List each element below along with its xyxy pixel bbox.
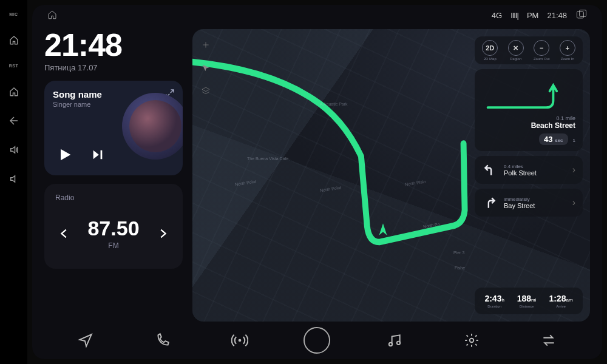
svg-rect-0 (577, 12, 584, 18)
turn-path-icon (482, 78, 575, 112)
dock-broadcast-icon[interactable] (222, 327, 258, 354)
svg-rect-1 (580, 10, 586, 16)
dock-swap-icon[interactable] (531, 327, 567, 354)
radio-frequency: 87.50 FM (87, 217, 139, 250)
clock-value: 21:48 (547, 11, 567, 20)
radio-prev-button[interactable] (55, 224, 73, 243)
trip-stats: 2:43h Duration 188mi Distance 1:28am Arr… (475, 288, 583, 314)
turn-step-1[interactable]: 0.4 miles Polk Street › (475, 156, 583, 184)
chevron-right-icon: › (572, 197, 575, 208)
svg-point-3 (389, 343, 392, 346)
turn-step-2[interactable]: immediately Bay Street › (475, 189, 583, 217)
left-column: 21:48 Пятница 17.07 Song name Singer nam… (44, 29, 183, 322)
play-button[interactable] (53, 143, 77, 167)
map-cursor-icon[interactable] (198, 61, 213, 75)
stat-arrive: 1:28am Arrive (549, 294, 572, 308)
screen: 4G IIII| PM 21:48 21:48 Пятница 17.07 (32, 5, 602, 359)
map-poi-label: Pier 3 (453, 251, 464, 255)
turn-street: Beach Street (482, 121, 575, 130)
radio-next-button[interactable] (154, 224, 172, 243)
dock-phone-icon[interactable] (144, 327, 181, 354)
dock-home-button[interactable] (299, 327, 335, 354)
clock-time: 21:48 (44, 29, 183, 61)
map-poi-label: The Buena Vista Cafe (247, 157, 288, 161)
recents-icon[interactable] (575, 8, 588, 22)
map-poi-label: Fishe (455, 266, 465, 270)
signal-icon: IIII| (510, 11, 518, 20)
hw-vol-up-icon[interactable] (8, 144, 19, 155)
svg-point-5 (470, 339, 474, 343)
hw-home2-icon[interactable] (8, 86, 19, 97)
turn-left-icon (482, 162, 498, 178)
svg-point-2 (239, 339, 242, 342)
clock-widget: 21:48 Пятница 17.07 (44, 29, 183, 72)
map-area[interactable]: A Aquatic Park The Buena Vista Cafe Nort… (192, 29, 590, 322)
hw-home-icon[interactable] (8, 35, 19, 46)
map-tool-zoom-out[interactable]: − Zoom Out (531, 40, 552, 61)
clock-date: Пятница 17.07 (44, 63, 183, 72)
stat-distance: 188mi Distance (517, 294, 537, 308)
dock-navigate-icon[interactable] (67, 327, 104, 354)
map-add-icon[interactable] (198, 38, 213, 52)
svg-point-4 (397, 342, 400, 345)
hw-back-icon[interactable] (8, 115, 19, 126)
turn-right-icon (482, 195, 498, 211)
stat-duration: 2:43h Duration (484, 294, 504, 308)
map-tool-zoom-in[interactable]: + Zoom In (557, 40, 578, 61)
map-poi-label: A Aquatic Park (320, 102, 348, 106)
map-tools: 2D 2D Map ✕ Region − Zoom Out + Zoom In (475, 36, 583, 64)
rst-label: RST (9, 64, 19, 68)
map-side-tools (198, 38, 213, 98)
content: 21:48 Пятница 17.07 Song name Singer nam… (32, 25, 602, 322)
music-card[interactable]: Song name Singer name (44, 81, 183, 175)
mic-label: MIC (9, 12, 18, 16)
nav-panel: 2D 2D Map ✕ Region − Zoom Out + Zoom In (475, 36, 583, 314)
dock (32, 322, 602, 359)
album-art (122, 93, 183, 160)
radio-card[interactable]: Radio 87.50 FM (44, 184, 183, 269)
dock-settings-icon[interactable] (453, 327, 490, 354)
chevron-right-icon: › (572, 164, 575, 175)
location-cursor-icon (375, 222, 390, 237)
turn-distance: 0.1 mile (482, 115, 575, 121)
status-bar: 4G IIII| PM 21:48 (32, 5, 602, 25)
clock-prefix: PM (527, 11, 539, 20)
network-label: 4G (492, 11, 502, 20)
turn-card-primary: 0.1 mile Beach Street 43 sec 1 (475, 69, 583, 151)
next-button[interactable] (86, 143, 110, 167)
dock-music-icon[interactable] (376, 327, 413, 354)
map-tool-region[interactable]: ✕ Region (506, 40, 526, 61)
hardware-bezel: MIC RST (0, 0, 27, 364)
hw-vol-down-icon[interactable] (8, 174, 19, 184)
map-layers-icon[interactable] (198, 84, 213, 98)
radio-label: Radio (55, 194, 172, 202)
map-tool-2d[interactable]: 2D 2D Map (480, 40, 500, 61)
status-home-icon[interactable] (47, 9, 58, 22)
